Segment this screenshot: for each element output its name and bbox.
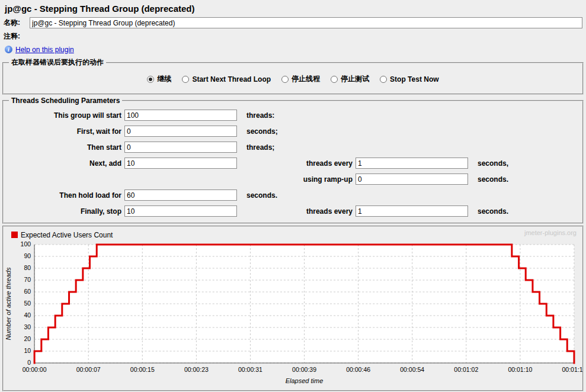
row-group-will-start: This group will start threads: (6, 107, 580, 123)
scheduling-title: Threads Scheduling Parameters (9, 97, 122, 105)
svg-text:10: 10 (24, 348, 31, 355)
radio-label: Start Next Thread Loop (192, 75, 271, 83)
chart-panel: Expected Active Users Count jmeter-plugi… (2, 226, 584, 391)
error-action-title: 在取样器错误后要执行的动作 (9, 57, 106, 68)
svg-text:30: 30 (24, 324, 31, 331)
svg-text:Elapsed time: Elapsed time (286, 377, 324, 384)
comments-label: 注释: (4, 31, 30, 41)
radio-label: 停止线程 (292, 74, 320, 84)
field-suffix: seconds. (473, 175, 580, 184)
field-label: Finally, stop (6, 207, 124, 216)
svg-text:00:00:15: 00:00:15 (130, 366, 155, 373)
svg-text:100: 100 (21, 241, 31, 248)
rampup-input[interactable] (356, 173, 468, 185)
field-label: Then start (6, 143, 124, 152)
radio-stop-test-now[interactable]: Stop Test Now (380, 75, 438, 83)
help-link[interactable]: Help on this plugin (15, 46, 74, 54)
chart-legend: Expected Active Users Count (4, 227, 582, 240)
field-label: threads every (242, 159, 356, 168)
row-then-start: Then start threads; (6, 139, 580, 155)
radio-icon (380, 76, 387, 83)
field-label: Next, add (6, 159, 124, 168)
name-row: 名称: (0, 16, 586, 30)
legend-label: Expected Active Users Count (21, 231, 113, 239)
start-users-count-input[interactable] (124, 142, 237, 153)
scheduling-rows: This group will start threads: First, wa… (6, 106, 580, 219)
name-label: 名称: (4, 18, 30, 28)
row-first-wait: First, wait for seconds; (6, 123, 580, 139)
field-label: This group will start (6, 111, 124, 120)
chart-svg: 010203040506070809010000:00:0000:00:0700… (4, 240, 582, 388)
svg-text:00:01:18: 00:01:18 (562, 366, 582, 373)
svg-text:00:00:46: 00:00:46 (346, 366, 370, 373)
row-using-rampup: using ramp-up seconds. (6, 171, 580, 187)
svg-text:50: 50 (24, 300, 31, 307)
radio-stop-thread[interactable]: 停止线程 (281, 74, 320, 84)
svg-text:00:00:31: 00:00:31 (238, 366, 262, 373)
field-suffix: threads: (242, 111, 356, 120)
increment-users-input[interactable] (124, 158, 237, 169)
decrement-users-input[interactable] (124, 205, 237, 217)
svg-text:60: 60 (24, 288, 31, 295)
radio-continue[interactable]: 继续 (147, 74, 171, 84)
svg-text:00:00:07: 00:00:07 (76, 366, 101, 373)
field-label: First, wait for (6, 127, 124, 136)
start-threads-input[interactable] (124, 110, 237, 121)
page-title: jp@gc - Stepping Thread Group (deprecate… (0, 0, 586, 16)
svg-text:90: 90 (24, 253, 31, 260)
radio-stop-test[interactable]: 停止测试 (331, 74, 369, 84)
field-suffix: seconds. (242, 191, 356, 200)
hold-load-input[interactable] (124, 189, 237, 201)
field-label: threads every (242, 207, 356, 216)
svg-text:00:00:54: 00:00:54 (400, 366, 424, 373)
increment-period-input[interactable] (356, 158, 468, 169)
svg-text:00:01:02: 00:01:02 (454, 366, 478, 373)
radio-label: 继续 (157, 74, 171, 84)
row-finally-stop: Finally, stop threads every seconds. (6, 203, 580, 219)
field-suffix: seconds, (473, 159, 580, 168)
svg-text:80: 80 (24, 265, 31, 272)
svg-text:70: 70 (24, 277, 31, 284)
radio-start-next-thread-loop[interactable]: Start Next Thread Loop (182, 75, 271, 83)
watermark: jmeter-plugins.org (524, 229, 577, 236)
svg-text:00:01:10: 00:01:10 (508, 366, 532, 373)
radio-label: Stop Test Now (390, 75, 438, 83)
field-label: using ramp-up (242, 175, 356, 184)
field-suffix: seconds; (242, 127, 356, 136)
field-label: Then hold load for (6, 191, 124, 200)
comments-row: 注释: (0, 30, 586, 43)
scheduling-group: Threads Scheduling Parameters This group… (2, 97, 584, 224)
help-row: i Help on this plugin (0, 43, 586, 56)
legend-swatch (11, 232, 18, 238)
initial-delay-input[interactable] (124, 126, 237, 137)
stepping-thread-group-panel: jp@gc - Stepping Thread Group (deprecate… (0, 0, 586, 392)
info-icon: i (5, 46, 12, 53)
radio-icon (182, 76, 189, 83)
radio-label: 停止测试 (341, 74, 369, 84)
row-hold-load: Then hold load for seconds. (6, 187, 580, 203)
field-suffix: threads; (242, 143, 356, 152)
svg-text:20: 20 (24, 336, 31, 343)
svg-text:00:00:00: 00:00:00 (23, 366, 47, 373)
error-action-group: 在取样器错误后要执行的动作 继续 Start Next Thread Loop … (2, 57, 584, 95)
row-next-add: Next, add threads every seconds, (6, 155, 580, 171)
radio-icon (147, 76, 154, 83)
svg-text:Number of active threads: Number of active threads (5, 267, 12, 340)
radio-icon (281, 76, 289, 83)
decrement-period-input[interactable] (356, 205, 468, 217)
error-action-options: 继续 Start Next Thread Loop 停止线程 停止测试 Stop… (6, 69, 580, 90)
comments-input[interactable] (30, 31, 582, 42)
svg-text:00:00:39: 00:00:39 (292, 366, 316, 373)
name-input[interactable] (30, 17, 582, 28)
field-suffix: seconds. (473, 207, 580, 216)
svg-text:00:00:23: 00:00:23 (184, 366, 209, 373)
svg-text:40: 40 (24, 312, 31, 319)
svg-text:0: 0 (27, 359, 31, 367)
radio-icon (331, 76, 338, 83)
